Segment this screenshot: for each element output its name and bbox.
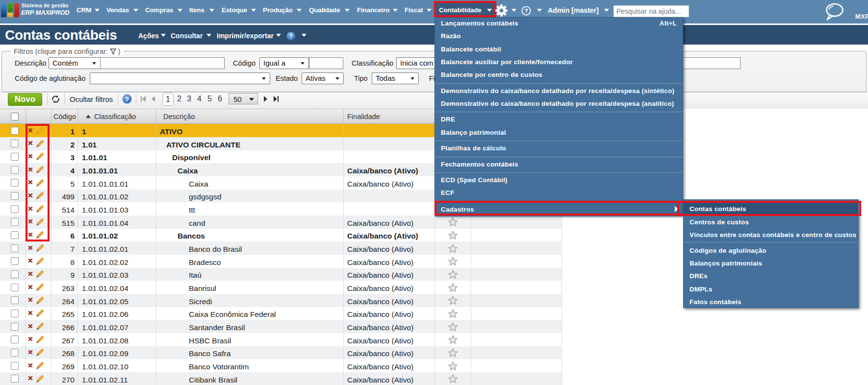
svg-text:?: ? bbox=[125, 96, 129, 103]
svg-text:?: ? bbox=[289, 33, 293, 40]
svg-text:?: ? bbox=[524, 8, 528, 14]
